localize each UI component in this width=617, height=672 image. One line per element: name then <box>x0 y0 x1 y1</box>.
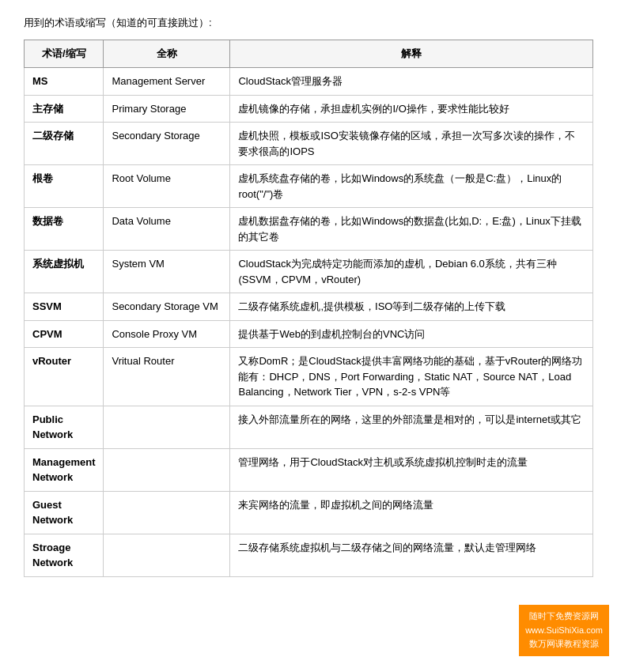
cell-full: Console Proxy VM <box>104 320 230 348</box>
cell-full: Data Volume <box>104 208 230 251</box>
cell-term: 主存储 <box>25 95 104 123</box>
cell-explain: 虚机数据盘存储的卷，比如Windows的数据盘(比如,D:，E:盘)，Linux… <box>230 208 593 251</box>
cell-full <box>104 406 230 448</box>
table-header: 术语/缩写 全称 解释 <box>25 40 593 68</box>
cell-explain: 来宾网络的流量，即虚拟机之间的网络流量 <box>230 491 593 534</box>
cell-full: Root Volume <box>104 165 230 208</box>
table-row: SSVMSecondary Storage VM二级存储系统虚机,提供模板，IS… <box>25 293 593 321</box>
table-row: 数据卷Data Volume虚机数据盘存储的卷，比如Windows的数据盘(比如… <box>25 208 593 251</box>
watermark: 随时下免费资源网 www.SuiShiXia.com 数万网课教程资源 <box>519 605 609 656</box>
table-row: Guest Network来宾网络的流量，即虚拟机之间的网络流量 <box>25 491 593 534</box>
cell-explain: 虚机镜像的存储，承担虚机实例的I/O操作，要求性能比较好 <box>230 95 593 123</box>
terminology-table: 术语/缩写 全称 解释 MSManagement ServerCloudStac… <box>24 40 593 577</box>
cell-term: MS <box>25 68 104 96</box>
cell-full: Secondary Storage <box>104 123 230 165</box>
watermark-line2: www.SuiShiXia.com <box>525 624 603 638</box>
table-row: Stroage Network二级存储系统虚拟机与二级存储之间的网络流量，默认走… <box>25 534 593 576</box>
table-row: Management Network管理网络，用于CloudStack对主机或系… <box>25 448 593 491</box>
watermark-line3: 数万网课教程资源 <box>525 637 603 651</box>
cell-term: Management Network <box>25 448 104 491</box>
cell-term: CPVM <box>25 320 104 348</box>
table-row: CPVMConsole Proxy VM提供基于Web的到虚机控制台的VNC访问 <box>25 320 593 348</box>
cell-explain: 二级存储系统虚机,提供模板，ISO等到二级存储的上传下载 <box>230 293 593 321</box>
cell-term: 系统虚拟机 <box>25 251 104 293</box>
cell-full: System VM <box>104 251 230 293</box>
cell-explain: 接入外部流量所在的网络，这里的外部流量是相对的，可以是internet或其它 <box>230 406 593 448</box>
cell-full: Vritual Router <box>104 348 230 406</box>
cell-term: Public Network <box>25 406 104 448</box>
cell-explain: 又称DomR；是CloudStack提供丰富网络功能的基础，基于vRouter的… <box>230 348 593 406</box>
cell-explain: CloudStack为完成特定功能而添加的虚机，Debian 6.0系统，共有三… <box>230 251 593 293</box>
cell-explain: 提供基于Web的到虚机控制台的VNC访问 <box>230 320 593 348</box>
cell-term: Guest Network <box>25 491 104 534</box>
cell-explain: 管理网络，用于CloudStack对主机或系统虚拟机控制时走的流量 <box>230 448 593 491</box>
table-body: MSManagement ServerCloudStack管理服务器主存储Pri… <box>25 68 593 577</box>
cell-full <box>104 448 230 491</box>
cell-explain: CloudStack管理服务器 <box>230 68 593 96</box>
cell-term: 二级存储 <box>25 123 104 165</box>
cell-full <box>104 534 230 576</box>
table-row: Public Network接入外部流量所在的网络，这里的外部流量是相对的，可以… <box>25 406 593 448</box>
cell-full: Secondary Storage VM <box>104 293 230 321</box>
cell-term: 数据卷 <box>25 208 104 251</box>
table-row: vRouterVritual Router又称DomR；是CloudStack提… <box>25 348 593 406</box>
cell-explain: 虚机系统盘存储的卷，比如Windows的系统盘（一般是C:盘），Linux的ro… <box>230 165 593 208</box>
watermark-line1: 随时下免费资源网 <box>525 610 603 624</box>
table-row: 根卷Root Volume虚机系统盘存储的卷，比如Windows的系统盘（一般是… <box>25 165 593 208</box>
cell-full <box>104 491 230 534</box>
table-row: 二级存储Secondary Storage虚机快照，模板或ISO安装镜像存储的区… <box>25 123 593 165</box>
table-row: 系统虚拟机System VMCloudStack为完成特定功能而添加的虚机，De… <box>25 251 593 293</box>
cell-full: Primary Storage <box>104 95 230 123</box>
cell-full: Management Server <box>104 68 230 96</box>
header-explain: 解释 <box>230 40 593 68</box>
cell-term: 根卷 <box>25 165 104 208</box>
cell-term: Stroage Network <box>25 534 104 576</box>
cell-term: SSVM <box>25 293 104 321</box>
header-full: 全称 <box>104 40 230 68</box>
intro-text: 用到的术语或缩写（知道的可直接跳过）: <box>24 16 593 30</box>
cell-term: vRouter <box>25 348 104 406</box>
header-term: 术语/缩写 <box>25 40 104 68</box>
table-row: 主存储Primary Storage虚机镜像的存储，承担虚机实例的I/O操作，要… <box>25 95 593 123</box>
table-row: MSManagement ServerCloudStack管理服务器 <box>25 68 593 96</box>
cell-explain: 二级存储系统虚拟机与二级存储之间的网络流量，默认走管理网络 <box>230 534 593 576</box>
cell-explain: 虚机快照，模板或ISO安装镜像存储的区域，承担一次写多次读的操作，不要求很高的I… <box>230 123 593 165</box>
